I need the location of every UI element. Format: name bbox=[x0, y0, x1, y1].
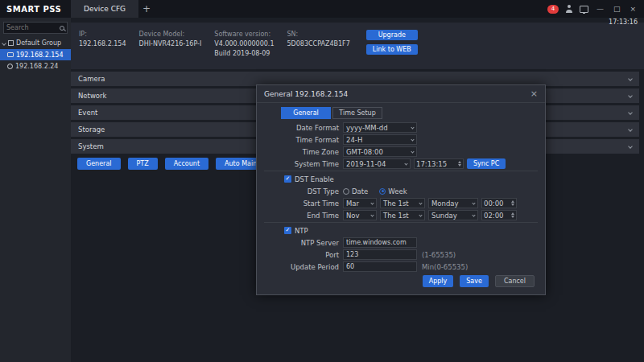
software-value: V4.000.0000000.1 bbox=[214, 39, 274, 49]
close-button[interactable]: × bbox=[628, 0, 638, 18]
section-label: Event bbox=[78, 109, 97, 117]
section-label: Network bbox=[78, 92, 107, 100]
tree-item-device-2[interactable]: 192.168.2.24 bbox=[0, 60, 71, 72]
dst-enable-checkbox[interactable] bbox=[284, 175, 291, 183]
titlebar-actions: 4 — □ × bbox=[547, 0, 644, 18]
device-tree-sidebar: Default Group 192.168.2.154 192.168.2.24 bbox=[0, 18, 71, 362]
cancel-button[interactable]: Cancel bbox=[495, 275, 535, 287]
dst-type-week-option[interactable]: Week bbox=[379, 187, 407, 195]
section-label: Storage bbox=[78, 125, 105, 134]
user-icon[interactable] bbox=[565, 5, 573, 13]
ip-label: IP: bbox=[79, 30, 126, 39]
tree-item-device-1[interactable]: 192.168.2.154 bbox=[0, 49, 71, 60]
divider bbox=[264, 171, 538, 171]
dst-enable-label: DST Enable bbox=[295, 175, 334, 183]
software-build: Build 2019-08-09 bbox=[214, 49, 274, 59]
system-date-value: 2019-11-04 bbox=[346, 160, 386, 168]
time-format-select[interactable]: 24-H bbox=[343, 134, 417, 145]
time-zone-select[interactable]: GMT-08:00 bbox=[343, 146, 417, 157]
start-clock-value: 00:00 bbox=[484, 200, 504, 208]
device-ip-label: 192.168.2.24 bbox=[15, 63, 58, 70]
dialog-header: General 192.168.2.154 × bbox=[257, 85, 545, 103]
minimize-button[interactable]: — bbox=[595, 0, 605, 18]
tab-device-cfg-label: Device CFG bbox=[84, 5, 126, 13]
end-day-value: Sunday bbox=[431, 212, 457, 220]
ntp-label: NTP bbox=[295, 227, 308, 235]
end-month-select[interactable]: Nov bbox=[343, 210, 377, 220]
software-label: Software version: bbox=[214, 30, 274, 39]
info-sn: SN: 5D083CCPAZ4B1F7 bbox=[287, 30, 349, 69]
alarm-count-badge[interactable]: 4 bbox=[547, 5, 559, 14]
port-label: Port bbox=[262, 251, 339, 259]
monitor-icon[interactable] bbox=[580, 6, 588, 13]
end-clock-spinner[interactable]: 02:00 bbox=[481, 210, 517, 220]
chevron-down-icon bbox=[628, 127, 633, 132]
tab-time-setup[interactable]: Time Setup bbox=[332, 107, 382, 119]
ntp-server-input[interactable] bbox=[343, 237, 417, 248]
apply-button[interactable]: Apply bbox=[423, 275, 454, 287]
account-button[interactable]: Account bbox=[165, 158, 208, 170]
search-box bbox=[3, 22, 68, 34]
spinner-arrows-icon[interactable] bbox=[511, 212, 514, 218]
device-icon bbox=[7, 52, 14, 57]
general-button[interactable]: General bbox=[77, 158, 121, 170]
update-period-input[interactable] bbox=[343, 261, 417, 272]
model-label: Device Model: bbox=[139, 30, 202, 39]
start-week-select[interactable]: The 1st bbox=[380, 198, 425, 208]
group-icon bbox=[8, 40, 14, 46]
model-value: DHI-NVR4216-16P-I bbox=[139, 39, 202, 49]
end-day-select[interactable]: Sunday bbox=[428, 210, 478, 220]
spinner-arrows-icon[interactable] bbox=[458, 161, 461, 167]
clock-display: 17:13:16 bbox=[609, 19, 638, 26]
start-month-select[interactable]: Mar bbox=[343, 198, 377, 208]
chevron-down-icon bbox=[628, 144, 633, 149]
tab-general[interactable]: General bbox=[281, 107, 331, 119]
start-week-value: The 1st bbox=[383, 200, 409, 208]
start-month-value: Mar bbox=[346, 200, 359, 208]
radio-selected-icon[interactable] bbox=[379, 188, 386, 195]
ntp-server-label: NTP Server bbox=[262, 239, 339, 247]
time-format-value: 24-H bbox=[346, 136, 362, 144]
system-date-picker[interactable]: 2019-11-04 bbox=[343, 158, 411, 169]
time-zone-label: Time Zone bbox=[262, 148, 339, 156]
section-label: Camera bbox=[78, 75, 105, 83]
update-period-unit: Min(0-65535) bbox=[422, 263, 468, 271]
chevron-down-icon bbox=[419, 213, 422, 216]
port-input[interactable] bbox=[343, 249, 417, 260]
new-tab-button[interactable]: + bbox=[138, 3, 155, 14]
start-day-select[interactable]: Monday bbox=[428, 198, 478, 208]
chevron-down-icon bbox=[628, 93, 633, 98]
system-time-label: System Time bbox=[262, 160, 339, 168]
device-actions: Upgrade Link to WEB bbox=[366, 30, 418, 69]
dialog-close-icon[interactable]: × bbox=[530, 88, 538, 99]
end-week-select[interactable]: The 1st bbox=[380, 210, 425, 220]
tab-device-cfg[interactable]: Device CFG bbox=[71, 0, 138, 18]
upgrade-button[interactable]: Upgrade bbox=[366, 30, 418, 40]
system-time-spinner[interactable]: 17:13:15 bbox=[414, 158, 464, 169]
start-time-label: Start Time bbox=[262, 200, 339, 208]
date-format-label: Date Format bbox=[262, 124, 339, 132]
search-input[interactable] bbox=[6, 24, 60, 31]
search-icon[interactable] bbox=[60, 26, 64, 31]
end-time-label: End Time bbox=[262, 212, 339, 220]
info-software: Software version: V4.000.0000000.1 Build… bbox=[214, 30, 274, 69]
ptz-button[interactable]: PTZ bbox=[128, 158, 158, 170]
chevron-down-icon bbox=[472, 213, 475, 216]
title-bar: SMART PSS Device CFG + 4 — □ × bbox=[0, 0, 644, 18]
tree-group-default[interactable]: Default Group bbox=[0, 37, 71, 49]
radio-icon[interactable] bbox=[343, 188, 349, 195]
dst-type-date-option[interactable]: Date bbox=[343, 187, 368, 195]
spinner-arrows-icon[interactable] bbox=[511, 200, 514, 206]
link-to-web-button[interactable]: Link to WEB bbox=[366, 44, 418, 55]
start-day-value: Monday bbox=[431, 200, 459, 208]
date-format-select[interactable]: yyyy-MM-dd bbox=[343, 122, 417, 133]
save-button[interactable]: Save bbox=[460, 275, 489, 287]
ntp-enable-checkbox[interactable] bbox=[284, 227, 291, 234]
dialog-tabs: General Time Setup bbox=[281, 107, 545, 119]
chevron-down-icon bbox=[370, 213, 374, 216]
maximize-button[interactable]: □ bbox=[612, 0, 622, 18]
start-clock-spinner[interactable]: 00:00 bbox=[481, 198, 517, 208]
dialog-title: General 192.168.2.154 bbox=[264, 90, 348, 98]
device-icon bbox=[7, 64, 13, 69]
sync-pc-button[interactable]: Sync PC bbox=[467, 158, 506, 169]
